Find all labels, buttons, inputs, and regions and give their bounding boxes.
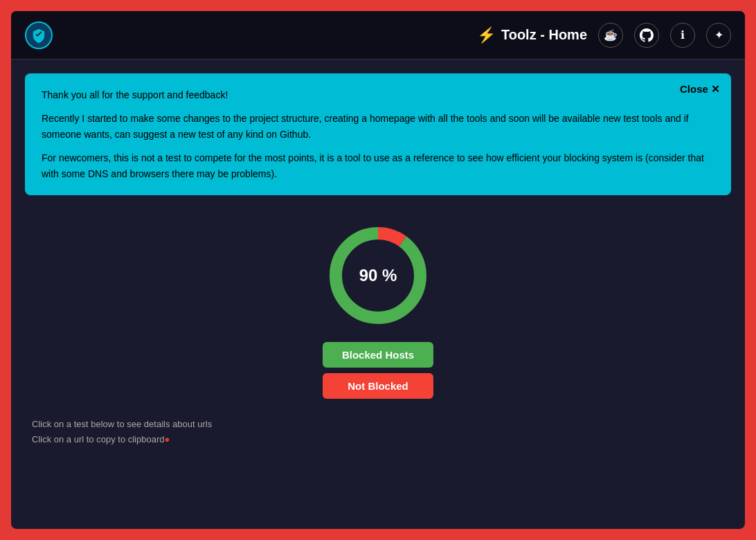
- coffee-icon[interactable]: ☕: [598, 23, 623, 48]
- footer-hint: Click on a test below to see details abo…: [25, 417, 731, 454]
- shield-logo-icon: [25, 21, 53, 49]
- main-content: Close ✕ Thank you all for the support an…: [11, 60, 745, 529]
- github-icon[interactable]: [634, 23, 659, 48]
- hint-line2: Click on a url to copy to clipboard●: [32, 432, 731, 447]
- red-dot-icon: ●: [164, 434, 170, 444]
- banner-line1: Thank you all for the support and feedba…: [42, 87, 714, 102]
- banner-line2: Recently I started to make some changes …: [42, 111, 714, 142]
- info-icon[interactable]: ℹ: [670, 23, 695, 48]
- header-logo: [25, 21, 53, 49]
- header-right: ⚡ Toolz - Home ☕ ℹ ✦: [477, 23, 731, 48]
- theme-toggle-icon[interactable]: ✦: [706, 23, 731, 48]
- header-title: ⚡ Toolz - Home: [477, 26, 587, 44]
- banner-line3: For newcomers, this is not a test to com…: [42, 150, 714, 181]
- chart-section: 90 % Blocked Hosts Not Blocked: [25, 206, 731, 406]
- app-container: ⚡ Toolz - Home ☕ ℹ ✦ Close ✕ Thank you a…: [11, 11, 745, 529]
- blocked-hosts-button[interactable]: Blocked Hosts: [323, 342, 433, 368]
- info-banner: Close ✕ Thank you all for the support an…: [25, 73, 731, 195]
- hint-line1: Click on a test below to see details abo…: [32, 417, 731, 432]
- legend-buttons: Blocked Hosts Not Blocked: [316, 342, 440, 399]
- donut-chart: 90 %: [323, 220, 433, 331]
- chart-percentage-label: 90 %: [359, 266, 397, 285]
- not-blocked-button[interactable]: Not Blocked: [323, 373, 433, 399]
- header: ⚡ Toolz - Home ☕ ℹ ✦: [11, 11, 745, 60]
- close-button[interactable]: Close ✕: [680, 83, 720, 96]
